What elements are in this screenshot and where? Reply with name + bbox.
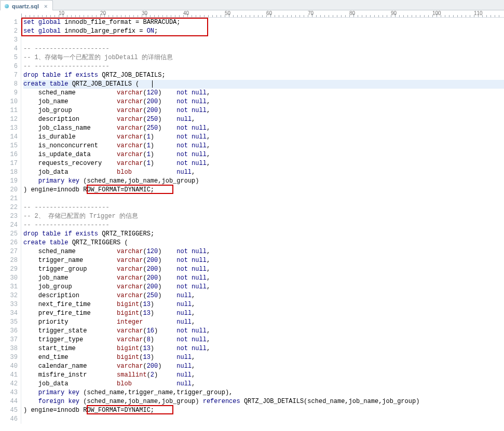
editor-tab[interactable]: quartz.sql × (0, 0, 53, 10)
line-number-gutter: 1234567891011121314151617181920212223242… (0, 18, 21, 424)
line-number: 4 (0, 45, 18, 53)
line-number: 43 (0, 388, 18, 397)
code-line[interactable]: create table QRTZ_JOB_DETAILS ( (23, 80, 504, 89)
line-number: 24 (0, 221, 18, 230)
line-number: 30 (0, 274, 18, 283)
line-number: 13 (0, 124, 18, 133)
code-line[interactable]: priority integer null, (23, 318, 504, 327)
code-line[interactable]: job_group varchar(200) not null, (23, 283, 504, 291)
line-number: 27 (0, 247, 18, 256)
line-number: 21 (0, 194, 18, 203)
code-line[interactable] (23, 415, 504, 424)
code-line[interactable] (23, 194, 504, 203)
line-number: 46 (0, 415, 18, 424)
line-number: 17 (0, 159, 18, 168)
code-line[interactable]: drop table if exists QRTZ_TRIGGERS; (23, 230, 504, 239)
line-number: 7 (0, 71, 18, 80)
code-line[interactable]: -- -------------------- (23, 203, 504, 212)
code-line[interactable]: end_time bigint(13) null, (23, 353, 504, 362)
code-line[interactable]: -- -------------------- (23, 62, 504, 71)
code-area[interactable]: set global innodb_file_format = BARRACUD… (21, 18, 504, 424)
line-number: 8 (0, 80, 18, 89)
line-number: 45 (0, 406, 18, 415)
line-number: 20 (0, 186, 18, 194)
line-number: 32 (0, 291, 18, 300)
code-line[interactable]: primary key (sched_name,job_name,job_gro… (23, 177, 504, 186)
line-number: 44 (0, 397, 18, 406)
line-number: 12 (0, 115, 18, 124)
code-line[interactable]: set global innodb_large_prefix = ON; (23, 27, 504, 36)
code-line[interactable]: job_data blob null, (23, 168, 504, 177)
close-icon[interactable]: × (44, 3, 47, 9)
line-number: 40 (0, 362, 18, 371)
code-line[interactable]: -- -------------------- (23, 45, 504, 53)
line-number: 34 (0, 309, 18, 318)
line-number: 3 (0, 36, 18, 45)
code-line[interactable]: trigger_state varchar(16) not null, (23, 327, 504, 336)
code-line[interactable]: prev_fire_time bigint(13) null, (23, 309, 504, 318)
file-type-icon (5, 4, 9, 8)
line-number: 37 (0, 336, 18, 344)
code-line[interactable]: sched_name varchar(120) not null, (23, 247, 504, 256)
code-line[interactable]: sched_name varchar(120) not null, (23, 89, 504, 98)
code-line[interactable]: primary key (sched_name,trigger_name,tri… (23, 388, 504, 397)
line-number: 41 (0, 371, 18, 380)
code-line[interactable] (23, 36, 504, 45)
column-ruler: 102030405060708090100110 (21, 10, 504, 18)
code-line[interactable]: start_time bigint(13) not null, (23, 344, 504, 353)
line-number: 22 (0, 203, 18, 212)
line-number: 28 (0, 256, 18, 265)
code-line[interactable]: misfire_instr smallint(2) null, (23, 371, 504, 380)
code-line[interactable]: -- 2、 存储已配置的 Trigger 的信息 (23, 212, 504, 221)
tab-filename: quartz.sql (12, 3, 39, 9)
line-number: 36 (0, 327, 18, 336)
line-number: 10 (0, 98, 18, 106)
line-number: 23 (0, 212, 18, 221)
line-number: 9 (0, 89, 18, 98)
code-line[interactable]: job_class_name varchar(250) not null, (23, 124, 504, 133)
code-line[interactable]: job_data blob null, (23, 380, 504, 388)
text-cursor (152, 80, 153, 88)
line-number: 14 (0, 133, 18, 142)
code-line[interactable]: -- 1、存储每一个已配置的 jobDetail 的详细信息 (23, 53, 504, 62)
code-line[interactable]: set global innodb_file_format = BARRACUD… (23, 18, 504, 27)
code-line[interactable]: job_name varchar(200) not null, (23, 274, 504, 283)
line-number: 39 (0, 353, 18, 362)
code-line[interactable]: drop table if exists QRTZ_JOB_DETAILS; (23, 71, 504, 80)
code-line[interactable]: ) engine=innodb ROW_FORMAT=DYNAMIC; (23, 406, 504, 415)
code-line[interactable]: ) engine=innodb ROW_FORMAT=DYNAMIC; (23, 186, 504, 194)
line-number: 38 (0, 344, 18, 353)
line-number: 31 (0, 283, 18, 291)
code-line[interactable]: trigger_type varchar(8) not null, (23, 336, 504, 344)
tab-bar: quartz.sql × (0, 0, 504, 10)
code-editor[interactable]: 1234567891011121314151617181920212223242… (0, 18, 504, 424)
line-number: 25 (0, 230, 18, 239)
line-number: 18 (0, 168, 18, 177)
line-number: 19 (0, 177, 18, 186)
code-line[interactable]: foreign key (sched_name,job_name,job_gro… (23, 397, 504, 406)
line-number: 11 (0, 106, 18, 115)
code-line[interactable]: requests_recovery varchar(1) not null, (23, 159, 504, 168)
code-line[interactable]: trigger_name varchar(200) not null, (23, 256, 504, 265)
code-line[interactable]: job_name varchar(200) not null, (23, 98, 504, 106)
code-line[interactable]: is_update_data varchar(1) not null, (23, 150, 504, 159)
code-line[interactable]: is_nonconcurrent varchar(1) not null, (23, 142, 504, 150)
line-number: 42 (0, 380, 18, 388)
code-line[interactable]: is_durable varchar(1) not null, (23, 133, 504, 142)
code-line[interactable]: description varchar(250) null, (23, 115, 504, 124)
code-line[interactable]: job_group varchar(200) not null, (23, 106, 504, 115)
code-line[interactable]: trigger_group varchar(200) not null, (23, 265, 504, 274)
line-number: 1 (0, 18, 18, 27)
code-line[interactable]: create table QRTZ_TRIGGERS ( (23, 239, 504, 247)
line-number: 33 (0, 300, 18, 309)
line-number: 2 (0, 27, 18, 36)
line-number: 35 (0, 318, 18, 327)
code-line[interactable]: calendar_name varchar(200) null, (23, 362, 504, 371)
line-number: 6 (0, 62, 18, 71)
code-line[interactable]: description varchar(250) null, (23, 291, 504, 300)
code-line[interactable]: -- -------------------- (23, 221, 504, 230)
line-number: 5 (0, 53, 18, 62)
line-number: 15 (0, 142, 18, 150)
line-number: 29 (0, 265, 18, 274)
code-line[interactable]: next_fire_time bigint(13) null, (23, 300, 504, 309)
